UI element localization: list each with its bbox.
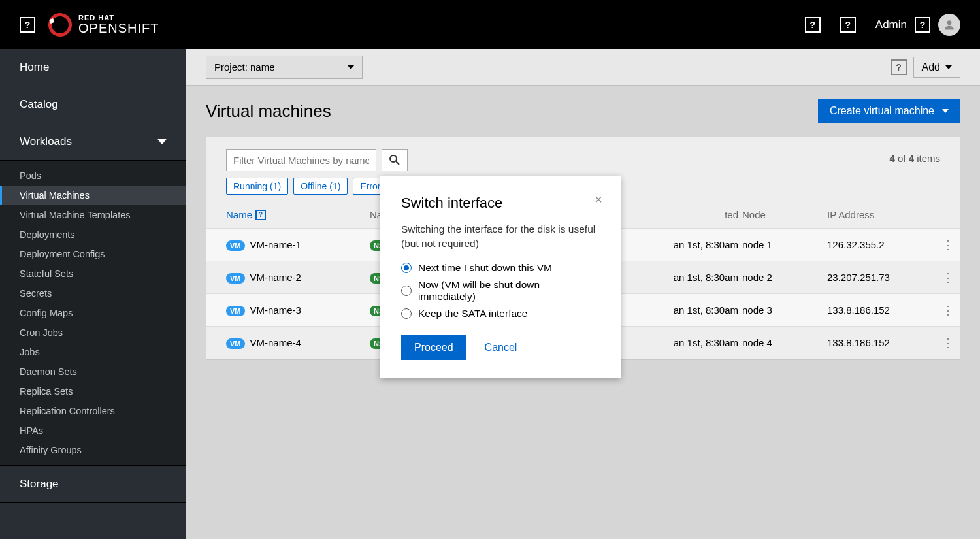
page-title: Virtual machines [206, 101, 331, 122]
sidebar-sub-item[interactable]: Deployments [0, 225, 186, 244]
svg-point-1 [390, 155, 397, 162]
sidebar-sub-item[interactable]: Cron Jobs [0, 323, 186, 342]
row-kebab-button[interactable]: ⋮ [932, 270, 964, 285]
filter-input[interactable] [226, 149, 376, 171]
avatar-icon[interactable] [938, 14, 960, 36]
sidebar-sub-item[interactable]: Stateful Sets [0, 264, 186, 284]
column-node[interactable]: Node [742, 209, 827, 220]
project-selector[interactable]: Project: name [206, 56, 363, 79]
vm-badge: VM [226, 338, 245, 349]
sidebar-sub-item[interactable]: Replica Sets [0, 382, 186, 401]
column-name-help-icon[interactable]: ? [255, 210, 266, 220]
sidebar-sub-item[interactable]: Secrets [0, 284, 186, 303]
row-kebab-button[interactable]: ⋮ [932, 238, 964, 252]
sidebar-sub-item[interactable]: HPAs [0, 421, 186, 440]
filter-tag[interactable]: Running (1) [226, 178, 288, 195]
column-name[interactable]: Name ? [226, 209, 370, 220]
radio-icon[interactable] [401, 286, 412, 296]
projectbar-help-icon[interactable]: ? [891, 59, 907, 75]
cell-name: VMVM-name-2 [226, 272, 370, 283]
item-count: 4 of 4 items [889, 149, 940, 164]
cell-created: an 1st, 8:30am [631, 337, 742, 348]
sidebar-sub-item[interactable]: Affinity Groups [0, 440, 186, 460]
logo: RED HAT OPENSHIFT [48, 13, 159, 37]
cell-ip: 133.8.186.152 [827, 304, 932, 316]
radio-icon[interactable] [401, 308, 412, 319]
sidebar-sub-item[interactable]: Config Maps [0, 303, 186, 323]
add-label: Add [922, 61, 940, 73]
sidebar-sub-item[interactable]: Replication Controllers [0, 401, 186, 421]
project-selector-label: Project: name [214, 61, 275, 73]
cell-node: node 1 [742, 239, 827, 250]
svg-point-0 [947, 20, 952, 25]
cancel-button[interactable]: Cancel [485, 342, 517, 353]
brand-product: OPENSHIFT [78, 22, 159, 35]
sidebar-item-storage[interactable]: Storage [0, 466, 186, 503]
filter-tag[interactable]: Offline (1) [293, 178, 348, 195]
switch-interface-modal: Switch interface × Switching the interfa… [380, 176, 621, 378]
openshift-logo-icon [45, 9, 75, 39]
caret-down-icon [348, 65, 354, 69]
cell-name: VMVM-name-3 [226, 304, 370, 316]
sidebar-sub-item[interactable]: Pods [0, 166, 186, 186]
cell-name: VMVM-name-1 [226, 239, 370, 250]
modal-description: Switching the interface for the disk is … [401, 222, 600, 250]
cell-name: VMVM-name-4 [226, 337, 370, 348]
app-launcher-icon[interactable]: ? [20, 17, 35, 33]
column-ip[interactable]: IP Address [827, 209, 932, 220]
modal-radio-option[interactable]: Now (VM will be shut down immediately) [401, 279, 600, 302]
sidebar-workloads-label: Workloads [20, 135, 72, 148]
vm-badge: VM [226, 240, 245, 251]
search-button[interactable] [382, 149, 408, 171]
project-bar: Project: name ? Add [186, 49, 980, 86]
sidebar-sub-item[interactable]: Virtual Machines [0, 186, 186, 205]
help-icon[interactable]: ? [805, 17, 821, 33]
sidebar-sub-item[interactable]: Deployment Configs [0, 244, 186, 264]
cell-created: an 1st, 8:30am [631, 239, 742, 250]
user-help-icon[interactable]: ? [915, 17, 930, 33]
cell-created: an 1st, 8:30am [631, 304, 742, 316]
cell-ip: 126.32.355.2 [827, 239, 932, 250]
modal-radio-option[interactable]: Next time I shut down this VM [401, 262, 600, 274]
row-kebab-button[interactable]: ⋮ [932, 336, 964, 350]
sidebar-item-workloads[interactable]: Workloads [0, 123, 186, 161]
cell-ip: 133.8.186.152 [827, 337, 932, 348]
row-kebab-button[interactable]: ⋮ [932, 303, 964, 318]
radio-label: Now (VM will be shut down immediately) [418, 279, 600, 302]
radio-icon[interactable] [401, 263, 412, 273]
caret-down-icon [945, 65, 952, 69]
sidebar-sub-item[interactable]: Daemon Sets [0, 362, 186, 382]
sidebar-item-home[interactable]: Home [0, 49, 186, 86]
sidebar: Home Catalog Workloads PodsVirtual Machi… [0, 49, 186, 539]
vm-badge: VM [226, 306, 245, 316]
sidebar-item-catalog[interactable]: Catalog [0, 86, 186, 123]
radio-label: Next time I shut down this VM [418, 262, 552, 274]
chevron-down-icon [157, 137, 167, 146]
radio-label: Keep the SATA interface [418, 308, 527, 319]
search-icon [389, 155, 400, 165]
username-label: Admin [875, 18, 907, 31]
sidebar-sub-item[interactable]: Virtual Machine Templates [0, 205, 186, 225]
proceed-button[interactable]: Proceed [401, 335, 466, 360]
cell-node: node 3 [742, 304, 827, 316]
sidebar-sub-item[interactable]: Jobs [0, 342, 186, 362]
svg-line-2 [396, 161, 399, 165]
column-created[interactable]: ted [631, 209, 742, 220]
notifications-icon[interactable]: ? [840, 17, 856, 33]
cell-ip: 23.207.251.73 [827, 272, 932, 283]
caret-down-icon [942, 109, 949, 113]
modal-title: Switch interface [401, 195, 600, 212]
modal-close-button[interactable]: × [595, 192, 602, 207]
cell-created: an 1st, 8:30am [631, 272, 742, 283]
create-vm-button[interactable]: Create virtual machine [818, 99, 960, 123]
cell-node: node 2 [742, 272, 827, 283]
topbar: ? RED HAT OPENSHIFT ? ? Admin ? [0, 0, 980, 49]
cell-node: node 4 [742, 337, 827, 348]
add-button[interactable]: Add [913, 57, 960, 78]
modal-radio-option[interactable]: Keep the SATA interface [401, 308, 600, 319]
vm-badge: VM [226, 273, 245, 284]
create-vm-label: Create virtual machine [830, 105, 934, 117]
